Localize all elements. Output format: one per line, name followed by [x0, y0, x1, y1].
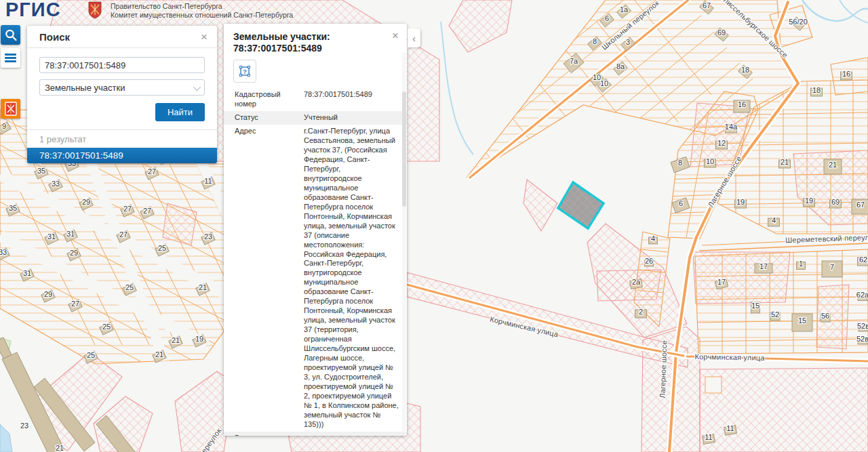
building-number-label: 27 [123, 205, 132, 213]
building-number-label: 4 [651, 234, 655, 243]
search-query-input[interactable] [39, 57, 205, 73]
building-number-label: 23 [204, 232, 212, 241]
building-number-label: 69 [717, 28, 726, 37]
building-number-label: 25 [87, 351, 95, 359]
building-number-label: 26 [645, 257, 653, 265]
building-number-label: 56/20 [789, 18, 808, 26]
building-number-label: 10 [600, 79, 608, 87]
attribute-row: СтатусУчтенный [224, 111, 407, 125]
building-number-label: 56 [821, 312, 829, 320]
building-number-label: 27 [119, 230, 127, 239]
building-number-label: 19 [195, 335, 203, 343]
building-number-label: 27 [71, 300, 79, 308]
building-number-label: 33 [0, 248, 7, 256]
details-panel-close-button[interactable]: × [392, 31, 399, 41]
search-result-item[interactable]: 78:37:0017501:5489 [27, 148, 217, 163]
building-number-label: 67 [703, 1, 711, 9]
building-number-label: 21 [155, 350, 163, 358]
attribute-label: Статус [224, 111, 304, 125]
building-number-label: 19 [805, 197, 813, 205]
attribute-label: Вид разрешенного использования [224, 432, 304, 436]
attribute-value: для индивидуального жилищного строительс… [304, 432, 407, 436]
svg-text:?: ? [243, 68, 247, 75]
building-number-label: 35 [9, 204, 17, 212]
attribute-row: Кадастровый номер78:37:0017501:5489 [224, 88, 407, 111]
building-number-label: 29 [82, 198, 90, 206]
attribute-label: Адрес [224, 125, 304, 432]
street-name-label: Корчминская улица [694, 352, 765, 362]
parcel-details-panel: Земельные участки: 78:37:0017501:5489 × … [224, 24, 407, 436]
building-number-label: 2а [632, 278, 641, 286]
details-scrollbar[interactable] [402, 52, 406, 432]
building-number-label: 31 [66, 230, 75, 238]
building-number-label: 21 [56, 444, 64, 452]
details-panel-title: Земельные участки: 78:37:0017501:5489 [233, 31, 392, 54]
building-number-label: 15 [751, 302, 760, 310]
building-number-label: 31 [23, 269, 31, 277]
building-number-label: 14а [725, 123, 738, 131]
identify-area-icon: ? [239, 65, 251, 77]
building-number-label: 21 [829, 161, 837, 169]
building-number-label: 52в [857, 322, 868, 330]
building-number-label: 2 [639, 308, 643, 316]
building-number-label: 27 [148, 167, 156, 176]
building-number-label: 33 [52, 180, 60, 188]
building-number-label: 52в [856, 335, 868, 343]
spb-services-button[interactable] [1, 99, 20, 119]
building-number-label: 62 [859, 255, 867, 264]
building-number-label: 9 [2, 122, 6, 130]
building-number-label: 11 [204, 177, 212, 185]
search-tool-button[interactable] [1, 25, 20, 45]
building-number-label: 25 [158, 244, 166, 252]
building-number-label: 29 [70, 249, 78, 257]
building-number-label: 3 [626, 38, 630, 46]
building-number-label: 29 [44, 290, 52, 298]
spb-emblem-icon [3, 101, 18, 117]
building-number-label: 67 [856, 201, 865, 209]
building-number-label: 19 [736, 198, 745, 206]
attribute-row: Вид разрешенного использованиядля индиви… [224, 432, 407, 436]
building-number-label: 7а [570, 57, 578, 65]
building-number-label: 62а [856, 291, 868, 299]
building-number-label: 31 [47, 232, 56, 241]
building-number-label: 11 [726, 424, 734, 432]
building-number-label: 21 [172, 336, 180, 344]
identify-tool-button[interactable]: ? [233, 60, 256, 83]
building-number-label: 18 [741, 66, 749, 74]
building-number-label: 6 [679, 199, 683, 207]
building-number-label: 21 [781, 158, 789, 166]
building-number-label: 52 [771, 310, 779, 319]
building-number-label: 16 [738, 100, 746, 108]
building-number-label: 25 [102, 323, 111, 331]
attribute-table: Кадастровый номер78:37:0017501:5489Стату… [224, 88, 407, 436]
building-number-label: 8 [593, 37, 597, 45]
building-number-label: 8 [678, 159, 682, 167]
search-category-value: Земельные участки [45, 83, 125, 93]
attribute-row: Адресг.Санкт-Петербург, улица Севастьяно… [224, 125, 407, 432]
attribute-value: 78:37:0017501:5489 [304, 88, 407, 111]
building-number-label: 1а [620, 5, 629, 14]
building-number-label: 11 [705, 433, 712, 441]
details-collapse-tab[interactable]: ‹ [408, 28, 420, 47]
search-icon [3, 28, 18, 43]
building-number-label: 21 [199, 283, 207, 291]
building-number-label: 1 [799, 260, 803, 268]
building-number-label: 7 [830, 263, 834, 271]
layers-menu-button[interactable] [1, 48, 20, 68]
building-number-label: 15 [798, 316, 806, 325]
building-number-label: 12 [717, 139, 726, 147]
building-number-label: 35 [37, 167, 45, 175]
search-category-select[interactable]: Земельные участки [39, 79, 205, 96]
building-number-label: 69 [831, 198, 840, 206]
building-number-label: 6 [605, 14, 609, 22]
search-panel-close-button[interactable]: × [201, 33, 208, 42]
building-number-label: 18 [812, 86, 821, 94]
building-number-label: 25 [125, 283, 134, 291]
building-number-label: 16 [842, 70, 850, 78]
building-number-label: 17 [717, 278, 726, 286]
building-number-label: 17 [760, 262, 768, 270]
find-button[interactable]: Найти [155, 103, 205, 121]
building-number-label: 27 [143, 207, 151, 215]
building-number-label: 10 [706, 157, 714, 165]
attribute-value: Учтенный [304, 111, 407, 125]
